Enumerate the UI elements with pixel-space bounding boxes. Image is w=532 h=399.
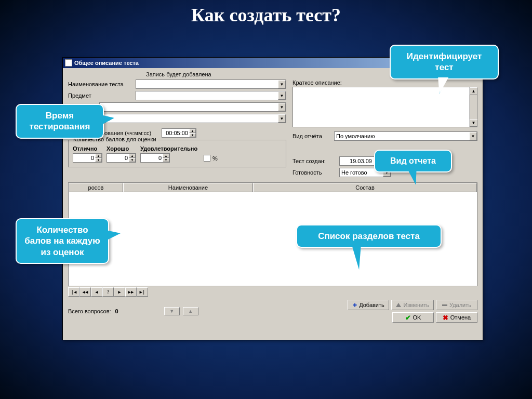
app-window: Общее описание теста Запись будет добавл… bbox=[62, 57, 483, 340]
ok-button[interactable]: ✔ OK bbox=[392, 312, 434, 323]
dropdown-icon[interactable]: ▼ bbox=[278, 103, 286, 111]
time-input[interactable] bbox=[162, 129, 189, 137]
delete-button[interactable]: Удалить bbox=[436, 300, 477, 310]
add-button[interactable]: + Добавить bbox=[348, 300, 389, 310]
check-icon: ✔ bbox=[405, 314, 411, 322]
label-satisfactory: Удовлетворительно bbox=[140, 145, 197, 152]
time-spinner[interactable]: ▲▼ bbox=[162, 128, 196, 138]
window-icon bbox=[65, 59, 72, 66]
created-date-value: 19.03.09 bbox=[350, 158, 372, 164]
nav-help-button[interactable]: ? bbox=[102, 287, 114, 297]
dropdown-icon[interactable]: ▼ bbox=[278, 91, 286, 100]
label-short-desc: Краткое описание: bbox=[292, 79, 477, 86]
nav-next-button[interactable]: ▶ bbox=[114, 287, 125, 297]
subject-select[interactable]: ▼ bbox=[136, 91, 286, 100]
callout-test-time: Время тестирования bbox=[16, 104, 104, 139]
grid-col-3[interactable]: Состав bbox=[253, 183, 477, 192]
label-total-q: Всего вопросов: bbox=[68, 308, 111, 314]
spin-down-icon[interactable]: ▼ bbox=[95, 158, 102, 162]
spin-down-icon[interactable]: ▼ bbox=[189, 133, 196, 137]
triangle-icon bbox=[396, 303, 401, 307]
excellent-input[interactable] bbox=[73, 154, 95, 162]
satisfactory-spinner[interactable]: ▲▼ bbox=[140, 153, 170, 163]
scroll-down-icon[interactable]: ▼ bbox=[470, 119, 477, 127]
report-value: По умолчанию bbox=[336, 133, 375, 139]
callout-grade-points: Количество балов на каждую из оценок bbox=[16, 218, 109, 264]
x-icon: ✖ bbox=[443, 314, 448, 322]
dropdown-icon[interactable]: ▼ bbox=[469, 132, 477, 140]
report-select[interactable]: По умолчанию ▼ bbox=[334, 131, 477, 141]
readiness-value: Не готово bbox=[341, 169, 367, 176]
record-navigator: |◀ ◀◀ ◀ ? ▶ ▶▶ ▶| bbox=[68, 287, 477, 297]
move-down-button[interactable]: ▼ bbox=[164, 307, 180, 315]
scroll-up-icon[interactable]: ▲ bbox=[470, 87, 477, 95]
scrollbar[interactable]: ▲ ▼ bbox=[469, 87, 477, 127]
label-percent: % bbox=[212, 155, 218, 162]
spin-up-icon[interactable]: ▲ bbox=[95, 154, 102, 158]
label-created: Тест создан: bbox=[292, 158, 339, 164]
good-input[interactable] bbox=[107, 154, 129, 162]
satisfactory-input[interactable] bbox=[141, 154, 163, 162]
nav-prev-button[interactable]: ◀ bbox=[91, 287, 102, 297]
move-up-button[interactable]: ▲ bbox=[183, 307, 198, 315]
dropdown-icon[interactable]: ▼ bbox=[278, 114, 286, 123]
label-name: Наименование теста bbox=[68, 81, 136, 87]
name-select[interactable]: ▼ bbox=[136, 79, 286, 89]
grades-fieldset: Количество баллов для оценки Отлично ▲▼ … bbox=[68, 140, 286, 167]
spin-down-icon[interactable]: ▼ bbox=[129, 158, 136, 162]
nav-prevpage-button[interactable]: ◀◀ bbox=[79, 287, 91, 297]
nav-first-button[interactable]: |◀ bbox=[68, 287, 79, 297]
label-report: Вид отчёта bbox=[292, 133, 334, 139]
cancel-button[interactable]: ✖ Отмена bbox=[436, 312, 477, 323]
grid-col-2[interactable]: Наименование bbox=[123, 183, 253, 192]
total-q-value: 0 bbox=[115, 308, 118, 314]
nav-nextpage-button[interactable]: ▶▶ bbox=[125, 287, 137, 297]
window-title: Общее описание теста bbox=[74, 60, 139, 66]
spin-up-icon[interactable]: ▲ bbox=[129, 154, 136, 158]
callout-report-type: Вид отчета bbox=[374, 150, 452, 172]
label-good: Хорошо bbox=[107, 145, 129, 152]
good-spinner[interactable]: ▲▼ bbox=[107, 153, 136, 163]
callout-sections-list: Список разделов теста bbox=[296, 224, 442, 248]
edit-button[interactable]: Изменить bbox=[391, 300, 434, 310]
spin-up-icon[interactable]: ▲ bbox=[189, 129, 196, 133]
callout-identifies-test: Идентифицирует тест bbox=[390, 45, 499, 79]
short-desc-textarea[interactable]: ▲ ▼ bbox=[292, 87, 477, 127]
percent-checkbox[interactable] bbox=[204, 155, 210, 162]
spin-down-icon[interactable]: ▼ bbox=[163, 158, 169, 162]
excellent-spinner[interactable]: ▲▼ bbox=[73, 153, 102, 163]
grid-col-1[interactable]: росов bbox=[69, 183, 123, 192]
slide-title: Как создать тест? bbox=[0, 4, 532, 26]
dropdown-icon[interactable]: ▼ bbox=[278, 80, 286, 88]
hidden-select-1[interactable]: ▼ bbox=[99, 102, 286, 112]
label-subject: Предмет bbox=[68, 92, 136, 99]
difficulty-select[interactable]: Нет ▼ bbox=[99, 114, 286, 123]
label-readiness: Готовность bbox=[292, 169, 339, 176]
spin-up-icon[interactable]: ▲ bbox=[163, 154, 169, 158]
minus-icon bbox=[442, 304, 447, 306]
nav-last-button[interactable]: ▶| bbox=[137, 287, 148, 297]
plus-icon: + bbox=[353, 303, 357, 307]
label-excellent: Отлично bbox=[73, 145, 97, 152]
